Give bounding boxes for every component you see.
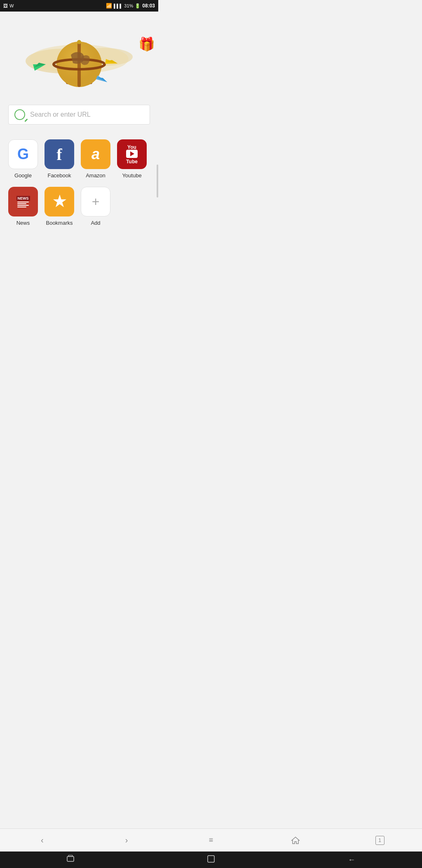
scrollbar [156,12,158,394]
facebook-label: Facebook [47,172,71,179]
youtube-icon: You Tube [117,139,147,169]
battery-icon: 🔋 [135,3,141,9]
gift-icon[interactable]: 🎁 [138,36,155,52]
youtube-label: Youtube [122,172,141,179]
status-bar-left: 🖼 W [3,3,14,8]
news-label: News [16,220,30,226]
amazon-label: Amazon [86,172,106,179]
status-bar-right: 📶 ▌▌▌ 31% 🔋 08:03 [106,3,155,9]
battery-percent: 31% [124,3,133,8]
svg-rect-8 [77,42,81,87]
quick-item-facebook[interactable]: f Facebook [45,139,74,179]
globe-svg [21,20,137,94]
image-icon: 🖼 [3,3,8,8]
globe-illustration: 🎁 [0,16,158,98]
facebook-icon: f [45,139,74,169]
scrollbar-thumb [157,165,158,198]
add-label: Add [91,220,100,226]
quick-access-row-2: NEWS News ★ Bookmarks [8,187,150,226]
add-icon: + [81,187,110,216]
amazon-icon: a [81,139,110,169]
search-icon [14,109,25,120]
quick-item-google[interactable]: G Google [8,139,38,179]
word-icon: W [9,3,14,8]
quick-access: G Google f Facebook a Amazon [0,131,158,238]
search-bar-container: Search or enter URL [8,105,150,125]
google-label: Google [14,172,32,179]
quick-item-add[interactable]: + Add [81,187,110,226]
signal-icon: ▌▌▌ [114,4,122,8]
quick-item-news[interactable]: NEWS News [8,187,38,226]
wifi-icon: 📶 [106,3,112,9]
svg-point-9 [77,40,81,44]
quick-item-youtube[interactable]: You Tube Youtube [117,139,147,179]
status-bar: 🖼 W 📶 ▌▌▌ 31% 🔋 08:03 [0,0,158,12]
bookmarks-label: Bookmarks [46,220,73,226]
main-content: 🎁 Search or enter URL G Google f Facebo [0,12,158,394]
quick-access-row-1: G Google f Facebook a Amazon [8,139,150,179]
google-icon: G [8,139,38,169]
clock: 08:03 [142,3,155,9]
quick-item-bookmarks[interactable]: ★ Bookmarks [45,187,74,226]
search-bar[interactable]: Search or enter URL [8,105,150,125]
search-placeholder: Search or enter URL [30,111,91,118]
bookmarks-icon: ★ [45,187,74,216]
quick-item-amazon[interactable]: a Amazon [81,139,110,179]
news-icon: NEWS [8,187,38,216]
